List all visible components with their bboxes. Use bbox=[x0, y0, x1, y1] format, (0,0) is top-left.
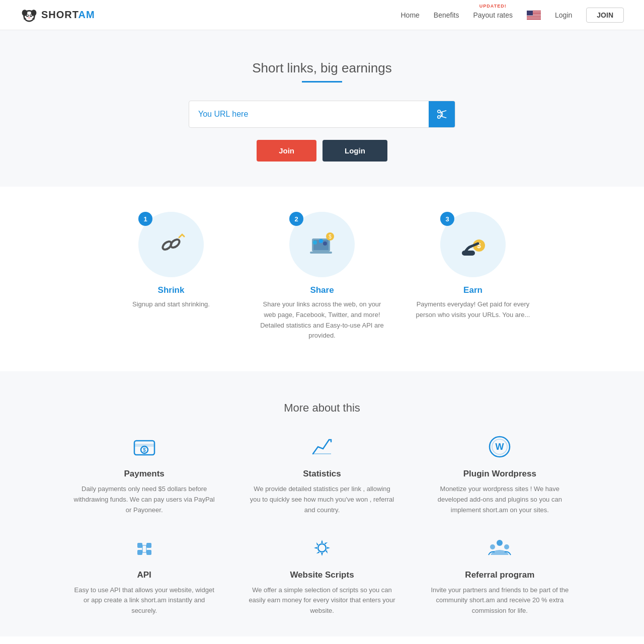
svg-rect-48 bbox=[137, 543, 142, 548]
svg-rect-20 bbox=[527, 17, 541, 17]
step-3-icon-wrap: $ 3 bbox=[440, 212, 506, 277]
svg-rect-39 bbox=[462, 251, 475, 256]
nav-join-button[interactable]: JOIN bbox=[586, 8, 624, 23]
svg-rect-51 bbox=[146, 550, 151, 555]
wordpress-desc: Monetize your wordpress sites ! We have … bbox=[426, 484, 574, 515]
hero-underline bbox=[302, 81, 342, 83]
hero-login-button[interactable]: Login bbox=[323, 140, 387, 162]
api-icon bbox=[70, 536, 218, 565]
more-about-section: More about this $ Payments Daily payment… bbox=[0, 371, 644, 636]
svg-rect-31 bbox=[310, 252, 332, 254]
step-1-icon-wrap: 1 bbox=[138, 212, 204, 277]
flag-icon[interactable] bbox=[527, 10, 541, 20]
feature-statistics: Statistics We provide detailed statistic… bbox=[248, 435, 395, 515]
payments-desc: Daily payments only need $5 dollars befo… bbox=[70, 484, 218, 515]
feature-website-scripts: Website Scripts We offer a simple select… bbox=[248, 536, 395, 616]
payments-svg-icon: $ bbox=[132, 435, 156, 459]
svg-rect-52 bbox=[142, 545, 147, 546]
logo-link[interactable]: SHORTAM bbox=[20, 6, 95, 24]
website-scripts-desc: We offer a simple selection of scripts s… bbox=[248, 585, 395, 616]
url-submit-button[interactable] bbox=[429, 101, 455, 127]
nav-updated-badge: UPDATED! bbox=[479, 4, 507, 9]
svg-point-36 bbox=[323, 242, 327, 246]
panda-icon bbox=[20, 6, 38, 24]
statistics-icon bbox=[248, 435, 395, 464]
wordpress-title: Plugin Wordpress bbox=[426, 469, 574, 479]
step-2-icon-wrap: $ 2 bbox=[289, 212, 355, 277]
svg-line-26 bbox=[440, 116, 446, 118]
svg-point-34 bbox=[313, 240, 317, 245]
nav-login[interactable]: Login bbox=[555, 11, 572, 19]
referral-icon bbox=[426, 536, 574, 565]
step-3-title: Earn bbox=[408, 285, 538, 295]
step-2-number: 2 bbox=[289, 212, 303, 226]
step-1-desc: Signup and start shrinking. bbox=[106, 299, 236, 310]
step-3-desc: Payments everyday! Get paid for every pe… bbox=[408, 299, 538, 320]
feature-referral: Referral program Invite your partners an… bbox=[426, 536, 574, 616]
step-1: 1 Shrink Signup and start shrinking. bbox=[96, 212, 247, 341]
svg-text:$: $ bbox=[329, 234, 332, 239]
feature-wordpress: W Plugin Wordpress Monetize your wordpre… bbox=[426, 435, 574, 515]
svg-point-58 bbox=[490, 544, 495, 549]
step-2: $ 2 Share Share your links across the we… bbox=[247, 212, 397, 341]
steps-section: 1 Shrink Signup and start shrinking. $ bbox=[0, 187, 644, 371]
svg-rect-22 bbox=[527, 18, 541, 19]
website-scripts-title: Website Scripts bbox=[248, 570, 395, 580]
laptop-icon: $ bbox=[306, 228, 339, 261]
svg-rect-50 bbox=[137, 550, 142, 555]
hero-join-button[interactable]: Join bbox=[257, 140, 316, 162]
nav-home[interactable]: Home bbox=[400, 11, 419, 19]
features-grid: $ Payments Daily payments only need $5 d… bbox=[70, 435, 574, 616]
more-about-title: More about this bbox=[20, 401, 624, 415]
step-2-title: Share bbox=[257, 285, 387, 295]
step-1-title: Shrink bbox=[106, 285, 236, 295]
hero-actions: Join Login bbox=[10, 140, 634, 162]
statistics-title: Statistics bbox=[248, 469, 395, 479]
feature-api: API Easy to use API that allows your web… bbox=[70, 536, 218, 616]
svg-rect-21 bbox=[527, 18, 541, 18]
step-1-number: 1 bbox=[138, 212, 152, 226]
svg-rect-19 bbox=[527, 16, 541, 17]
statistics-svg-icon bbox=[310, 435, 334, 459]
svg-text:W: W bbox=[496, 442, 504, 452]
wordpress-icon: W bbox=[426, 435, 574, 464]
url-input[interactable] bbox=[189, 103, 429, 126]
api-title: API bbox=[70, 570, 218, 580]
svg-point-56 bbox=[318, 544, 326, 552]
navbar: SHORTAM Home Benefits UPDATED! Payout ra… bbox=[0, 0, 644, 30]
referral-title: Referral program bbox=[426, 570, 574, 580]
url-bar bbox=[189, 101, 455, 128]
step-3: $ 3 Earn Payments everyday! Get paid for… bbox=[397, 212, 548, 341]
referral-desc: Invite your partners and friends to be p… bbox=[426, 585, 574, 616]
svg-rect-55 bbox=[146, 546, 147, 552]
nav-payout-rates[interactable]: Payout rates bbox=[473, 11, 513, 19]
svg-rect-18 bbox=[527, 16, 541, 16]
step-2-desc: Share your links across the web, on your… bbox=[257, 299, 387, 341]
nav-benefits[interactable]: Benefits bbox=[434, 11, 459, 19]
svg-rect-53 bbox=[142, 552, 147, 553]
payments-title: Payments bbox=[70, 469, 218, 479]
nav-payout-wrap: UPDATED! Payout rates bbox=[473, 11, 513, 20]
svg-text:$: $ bbox=[143, 447, 146, 453]
feature-payments: $ Payments Daily payments only need $5 d… bbox=[70, 435, 218, 515]
svg-point-28 bbox=[169, 238, 181, 249]
svg-point-57 bbox=[497, 540, 503, 546]
svg-point-6 bbox=[27, 15, 28, 16]
svg-point-8 bbox=[28, 17, 30, 19]
svg-line-25 bbox=[440, 111, 446, 113]
api-svg-icon bbox=[132, 536, 156, 560]
nav-links: Home Benefits UPDATED! Payout rates bbox=[400, 8, 624, 23]
svg-point-35 bbox=[319, 239, 323, 243]
payout-section: Payout rates bbox=[0, 636, 644, 644]
svg-rect-49 bbox=[146, 543, 151, 548]
chain-icon bbox=[156, 229, 186, 260]
referral-svg-icon bbox=[488, 536, 512, 560]
hero-title: Short links, big earnings bbox=[10, 60, 634, 76]
hero-section: Short links, big earnings Join Login bbox=[0, 30, 644, 187]
svg-point-59 bbox=[504, 544, 509, 549]
website-scripts-icon bbox=[248, 536, 395, 565]
statistics-desc: We provide detailed statistics per link … bbox=[248, 484, 395, 515]
payments-icon: $ bbox=[70, 435, 218, 464]
steps-row: 1 Shrink Signup and start shrinking. $ bbox=[96, 212, 548, 341]
logo-text: SHORTAM bbox=[41, 9, 95, 21]
